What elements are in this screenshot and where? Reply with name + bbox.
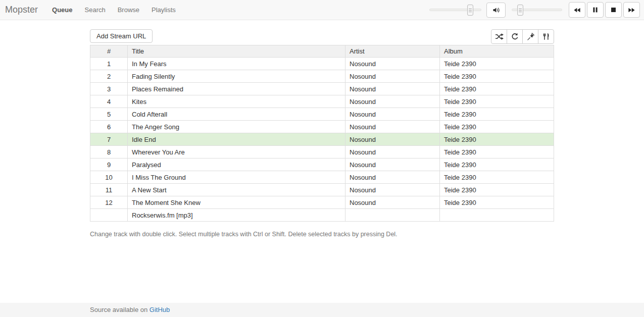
single-button[interactable] xyxy=(522,29,538,44)
cell-artist: Nosound xyxy=(345,146,440,159)
player-controls xyxy=(429,2,640,18)
table-row[interactable]: Rockserwis.fm [mp3] xyxy=(90,209,554,222)
cell-title: The Moment She Knew xyxy=(128,196,345,209)
previous-button[interactable] xyxy=(569,2,585,18)
cell-album: Teide 2390 xyxy=(440,108,554,121)
cell-artist: Nosound xyxy=(345,159,440,171)
cell-artist: Nosound xyxy=(345,196,440,209)
cell-album: Teide 2390 xyxy=(440,196,554,209)
playback-options-group xyxy=(491,29,554,44)
cell-title: Cold Afterall xyxy=(128,108,345,121)
table-row[interactable]: 11A New StartNosoundTeide 2390 xyxy=(90,184,554,196)
brand[interactable]: Mopster xyxy=(5,5,38,15)
table-row[interactable]: 12The Moment She KnewNosoundTeide 2390 xyxy=(90,196,554,209)
cell-album: Teide 2390 xyxy=(440,184,554,196)
queue-toolbar: Add Stream URL xyxy=(90,29,554,44)
footer: Source available on GitHub xyxy=(0,303,644,317)
queue-table-header: # Title Artist Album xyxy=(90,45,554,58)
pause-button[interactable] xyxy=(587,2,604,18)
seek-slider-handle[interactable] xyxy=(467,5,473,16)
cell-title: Idle End xyxy=(128,133,345,146)
consume-button[interactable] xyxy=(538,29,554,44)
nav-item-search[interactable]: Search xyxy=(85,6,106,14)
table-row[interactable]: 1In My FearsNosoundTeide 2390 xyxy=(90,58,554,70)
table-row[interactable]: 10I Miss The GroundNosoundTeide 2390 xyxy=(90,171,554,184)
pause-icon xyxy=(592,7,599,13)
queue-table: # Title Artist Album 1In My FearsNosound… xyxy=(90,45,554,222)
navbar: Mopster Queue Search Browse Playlists xyxy=(0,0,644,20)
cell-artist: Nosound xyxy=(345,171,440,184)
cell-album: Teide 2390 xyxy=(440,133,554,146)
cell-artist: Nosound xyxy=(345,121,440,133)
footer-text: Source available on xyxy=(90,306,150,313)
cell-title: In My Fears xyxy=(128,58,345,70)
cell-num: 1 xyxy=(90,58,128,70)
cell-num: 11 xyxy=(90,184,128,196)
mute-button[interactable] xyxy=(486,3,506,18)
nav-item-queue[interactable]: Queue xyxy=(52,6,72,14)
cutlery-icon xyxy=(542,33,550,40)
repeat-button[interactable] xyxy=(507,29,523,44)
cell-artist: Nosound xyxy=(345,83,440,95)
cell-num: 5 xyxy=(90,108,128,121)
nav-item-playlists[interactable]: Playlists xyxy=(152,6,176,14)
cell-num: 9 xyxy=(90,159,128,171)
column-header-artist: Artist xyxy=(345,45,440,58)
next-button[interactable] xyxy=(623,2,640,18)
cell-artist: Nosound xyxy=(345,58,440,70)
cell-num: 12 xyxy=(90,196,128,209)
cell-artist: Nosound xyxy=(345,70,440,83)
cell-num: 4 xyxy=(90,95,128,108)
cell-num: 10 xyxy=(90,171,128,184)
navbar-left: Mopster Queue Search Browse Playlists xyxy=(5,5,188,15)
next-icon xyxy=(628,7,635,14)
stop-icon xyxy=(610,7,617,13)
cell-artist: Nosound xyxy=(345,184,440,196)
cell-album: Teide 2390 xyxy=(440,58,554,70)
queue-help-text: Change track with double click. Select m… xyxy=(90,231,554,238)
cell-num: 6 xyxy=(90,121,128,133)
github-link[interactable]: GitHub xyxy=(150,306,170,313)
cell-album: Teide 2390 xyxy=(440,171,554,184)
cell-num: 7 xyxy=(90,133,128,146)
pin-icon xyxy=(527,33,534,40)
cell-title: Fading Silently xyxy=(128,70,345,83)
table-row[interactable]: 7Idle EndNosoundTeide 2390 xyxy=(90,133,554,146)
shuffle-icon xyxy=(495,33,504,40)
stop-button[interactable] xyxy=(605,2,622,18)
table-row[interactable]: 4KitesNosoundTeide 2390 xyxy=(90,95,554,108)
seek-slider[interactable] xyxy=(429,9,481,11)
table-row[interactable]: 6The Anger SongNosoundTeide 2390 xyxy=(90,121,554,133)
table-row[interactable]: 2Fading SilentlyNosoundTeide 2390 xyxy=(90,70,554,83)
table-row[interactable]: 8Wherever You AreNosoundTeide 2390 xyxy=(90,146,554,159)
table-row[interactable]: 5Cold AfterallNosoundTeide 2390 xyxy=(90,108,554,121)
cell-artist: Nosound xyxy=(345,133,440,146)
previous-icon xyxy=(573,7,581,14)
cell-title: Places Remained xyxy=(128,83,345,95)
add-stream-url-button[interactable]: Add Stream URL xyxy=(90,29,153,43)
volume-slider-handle[interactable] xyxy=(517,5,523,16)
cell-title: A New Start xyxy=(128,184,345,196)
cell-album: Teide 2390 xyxy=(440,95,554,108)
cell-num: 3 xyxy=(90,83,128,95)
cell-title: The Anger Song xyxy=(128,121,345,133)
volume-slider[interactable] xyxy=(512,9,562,11)
cell-title: Paralysed xyxy=(128,159,345,171)
cell-title: Wherever You Are xyxy=(128,146,345,159)
table-row[interactable]: 3Places RemainedNosoundTeide 2390 xyxy=(90,83,554,95)
table-row[interactable]: 9ParalysedNosoundTeide 2390 xyxy=(90,159,554,171)
cell-num xyxy=(90,209,128,222)
shuffle-button[interactable] xyxy=(491,29,507,44)
cell-album: Teide 2390 xyxy=(440,159,554,171)
cell-num: 2 xyxy=(90,70,128,83)
repeat-icon xyxy=(511,33,519,40)
queue-table-body: 1In My FearsNosoundTeide 23902Fading Sil… xyxy=(90,58,554,222)
column-header-title: Title xyxy=(128,45,345,58)
cell-title: I Miss The Ground xyxy=(128,171,345,184)
cell-album: Teide 2390 xyxy=(440,121,554,133)
cell-title: Rockserwis.fm [mp3] xyxy=(128,209,345,222)
cell-artist: Nosound xyxy=(345,108,440,121)
cell-artist: Nosound xyxy=(345,95,440,108)
cell-artist xyxy=(345,209,440,222)
nav-item-browse[interactable]: Browse xyxy=(118,6,139,14)
